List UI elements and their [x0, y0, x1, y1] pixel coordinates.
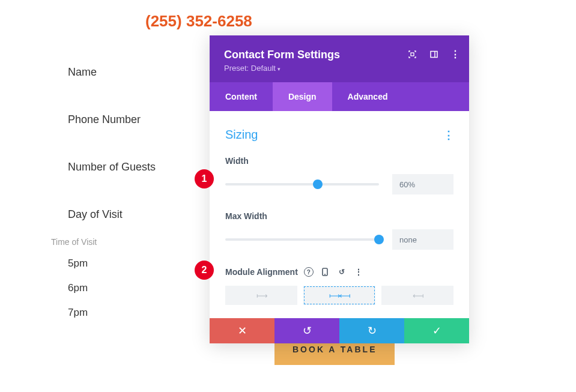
time-of-visit-title: Time of Visit — [51, 237, 97, 247]
tab-advanced[interactable]: Advanced — [332, 82, 404, 111]
max-width-field: Max Width — [225, 211, 453, 250]
align-right-button[interactable]: ⟻ — [381, 286, 453, 305]
check-icon: ✓ — [432, 324, 441, 337]
width-slider[interactable] — [225, 183, 379, 185]
time-of-visit-group: Time of Visit 5pm 6pm 7pm — [51, 237, 97, 331]
max-width-slider[interactable] — [225, 238, 379, 241]
save-button[interactable]: ✓ — [404, 318, 469, 343]
alignment-buttons: ⟼ ⟼⟻ ⟻ — [225, 286, 453, 305]
redo-icon: ↻ — [368, 324, 377, 337]
align-center-button[interactable]: ⟼⟻ — [303, 286, 375, 305]
time-option-7pm[interactable]: 7pm — [68, 307, 97, 319]
align-left-button[interactable]: ⟼ — [225, 286, 297, 305]
align-center-icon: ⟼⟻ — [329, 291, 350, 300]
undo-icon: ↺ — [303, 324, 312, 337]
time-option-5pm[interactable]: 5pm — [68, 258, 97, 270]
label-phone: Phone Number — [68, 113, 156, 126]
module-alignment-field: Module Alignment ? ↺ ⋮ ⟼ ⟼⟻ ⟻ — [225, 267, 453, 305]
align-left-icon: ⟼ — [256, 291, 267, 300]
phone-icon[interactable] — [320, 267, 330, 277]
preset-dropdown[interactable]: Preset: Default — [224, 64, 455, 73]
settings-panel: Sizing ⋮ Width Max Width Module Alignmen… — [210, 111, 469, 305]
max-width-slider-thumb[interactable] — [374, 235, 384, 244]
options-icon[interactable]: ⋮ — [353, 267, 364, 277]
width-slider-thumb[interactable] — [313, 179, 323, 189]
settings-modal: Contact Form Settings Preset: Default ⋮ … — [210, 35, 469, 343]
time-option-6pm[interactable]: 6pm — [68, 282, 97, 294]
annotation-badge-1: 1 — [195, 169, 214, 188]
cancel-button[interactable]: ✕ — [210, 318, 274, 343]
label-name: Name — [68, 66, 156, 79]
align-right-icon: ⟻ — [413, 291, 423, 300]
modal-header-icons: ⋮ — [408, 50, 459, 58]
modal-header: Contact Form Settings Preset: Default ⋮ — [210, 35, 469, 82]
annotation-badge-2: 2 — [195, 261, 214, 280]
panel-icon[interactable] — [429, 50, 438, 58]
form-labels-group: Name Phone Number Number of Guests Day o… — [68, 66, 156, 256]
svg-rect-1 — [431, 51, 437, 57]
menu-icon[interactable]: ⋮ — [451, 50, 459, 58]
section-menu-icon[interactable]: ⋮ — [443, 130, 453, 140]
label-day: Day of Visit — [68, 208, 156, 221]
max-width-label: Max Width — [225, 211, 267, 221]
section-title[interactable]: Sizing — [225, 128, 258, 142]
undo-button[interactable]: ↺ — [274, 318, 339, 343]
label-guests: Number of Guests — [68, 161, 156, 173]
width-label: Width — [225, 156, 249, 166]
section-header: Sizing ⋮ — [225, 128, 453, 142]
expand-icon[interactable] — [408, 50, 416, 58]
redo-button[interactable]: ↻ — [339, 318, 404, 343]
max-width-value-input[interactable] — [392, 229, 453, 250]
width-value-input[interactable] — [392, 174, 453, 194]
svg-rect-0 — [411, 53, 414, 56]
tab-content[interactable]: Content — [210, 82, 273, 111]
alignment-option-icons: ? ↺ ⋮ — [304, 267, 364, 277]
phone-number: (255) 352-6258 — [145, 12, 252, 31]
tabs: Content Design Advanced — [210, 82, 469, 111]
help-icon[interactable]: ? — [304, 267, 314, 277]
width-field: Width — [225, 156, 453, 194]
reset-icon[interactable]: ↺ — [336, 267, 347, 277]
modal-footer: ✕ ↺ ↻ ✓ — [210, 318, 469, 343]
module-alignment-label: Module Alignment — [225, 267, 298, 277]
tab-design[interactable]: Design — [273, 82, 332, 111]
close-icon: ✕ — [238, 324, 247, 337]
